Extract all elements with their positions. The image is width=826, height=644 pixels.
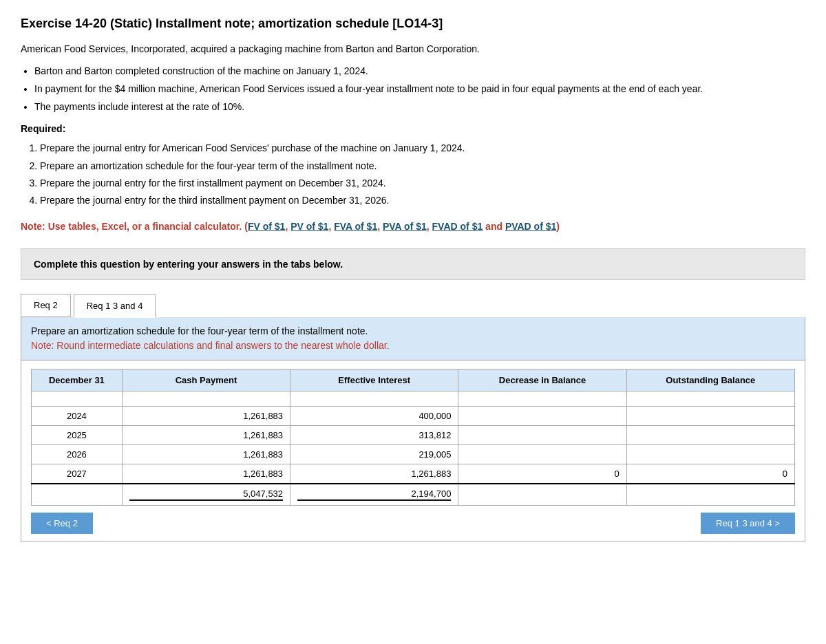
link-fva[interactable]: FVA of $1 [334,221,377,232]
bullet-2: In payment for the $4 million machine, A… [34,81,805,98]
input-total-cash[interactable] [129,489,283,501]
table-row: 2027 [32,464,795,484]
req-2: Prepare an amortization schedule for the… [40,158,805,175]
cell-decrease-2024 [458,406,626,425]
cell-year-2026: 2026 [32,444,123,464]
cell-decrease-2026 [458,444,626,464]
empty-date [32,391,123,406]
cell-interest-2024 [290,406,458,425]
back-button[interactable]: < Req 2 [31,513,93,534]
required-label: Required: [21,123,805,134]
total-label [32,484,123,506]
cell-interest-2027 [290,464,458,484]
cell-cash-2027 [122,464,290,484]
col-header-decrease: Decrease in Balance [458,369,626,391]
col-header-interest: Effective Interest [290,369,458,391]
col-header-cash: Cash Payment [122,369,290,391]
bottom-nav: < Req 2 Req 1 3 and 4 > [21,506,805,541]
cell-interest-2025 [290,425,458,444]
req-3: Prepare the journal entry for the first … [40,175,805,192]
amortization-table: December 31 Cash Payment Effective Inter… [31,369,795,506]
tab-content: Prepare an amortization schedule for the… [21,317,805,541]
tabs-row: Req 2 Req 1 3 and 4 [21,294,805,317]
input-decrease-2027[interactable] [465,469,619,479]
bullet-3: The payments include interest at the rat… [34,99,805,116]
input-interest-2026[interactable] [297,449,451,460]
cell-decrease-2025 [458,425,626,444]
bullet-1: Barton and Barton completed construction… [34,63,805,80]
link-pv[interactable]: PV of $1 [290,221,328,232]
cell-year-2024: 2024 [32,406,123,425]
link-fv[interactable]: FV of $1 [248,221,285,232]
forward-button[interactable]: Req 1 3 and 4 > [701,513,795,534]
cell-outstanding-2025 [626,425,794,444]
input-outstanding-2027[interactable] [634,469,787,479]
cell-year-2027: 2027 [32,464,123,484]
input-decrease-2025[interactable] [465,430,619,440]
empty-interest [290,391,458,406]
total-interest [290,484,458,506]
tab-req134[interactable]: Req 1 3 and 4 [74,294,156,318]
link-pvad[interactable]: PVAD of $1 [505,221,556,232]
input-cash-2027[interactable] [129,469,283,479]
col-header-date: December 31 [32,369,123,391]
input-total-outstanding[interactable] [634,489,787,500]
col-header-outstanding: Outstanding Balance [626,369,794,391]
bullet-list: Barton and Barton completed construction… [34,63,805,115]
input-decrease-2024[interactable] [465,411,619,421]
table-row: 2026 [32,444,795,464]
input-outstanding-2024[interactable] [634,411,787,421]
cell-decrease-2027 [458,464,626,484]
table-row: 2025 [32,425,795,444]
link-fvad[interactable]: FVAD of $1 [432,221,483,232]
empty-cash [122,391,290,406]
note-line: Note: Use tables, Excel, or a financial … [21,219,805,234]
input-outstanding-2025[interactable] [634,430,787,440]
cell-cash-2026 [122,444,290,464]
input-interest-2025[interactable] [297,430,451,440]
input-total-decrease[interactable] [465,489,619,500]
cell-outstanding-2026 [626,444,794,464]
table-section: December 31 Cash Payment Effective Inter… [21,361,805,506]
cell-year-2025: 2025 [32,425,123,444]
total-decrease [458,484,626,506]
input-decrease-2026[interactable] [465,449,619,460]
empty-decrease [458,391,626,406]
req-1: Prepare the journal entry for American F… [40,140,805,157]
input-interest-2027[interactable] [297,469,451,479]
tab-title: Prepare an amortization schedule for the… [31,324,795,339]
req-4: Prepare the journal entry for the third … [40,192,805,209]
intro-text: American Food Services, Incorporated, ac… [21,42,805,56]
empty-outstanding [626,391,794,406]
tab-req2[interactable]: Req 2 [21,294,71,317]
input-cash-2025[interactable] [129,430,283,440]
complete-box: Complete this question by entering your … [21,248,805,280]
table-row-empty [32,391,795,406]
page-title: Exercise 14-20 (Static) Installment note… [21,17,805,31]
requirements-list: Prepare the journal entry for American F… [40,140,805,209]
table-row-total [32,484,795,506]
input-interest-2024[interactable] [297,411,451,421]
link-pva[interactable]: PVA of $1 [383,221,427,232]
tab-header: Prepare an amortization schedule for the… [21,317,805,361]
total-cash [122,484,290,506]
input-total-interest[interactable] [297,489,451,501]
tab-note: Note: Round intermediate calculations an… [31,339,795,353]
table-row: 2024 [32,406,795,425]
cell-outstanding-2027 [626,464,794,484]
cell-cash-2025 [122,425,290,444]
input-cash-2024[interactable] [129,411,283,421]
input-cash-2026[interactable] [129,449,283,460]
total-outstanding [626,484,794,506]
cell-outstanding-2024 [626,406,794,425]
cell-cash-2024 [122,406,290,425]
input-outstanding-2026[interactable] [634,449,787,460]
cell-interest-2026 [290,444,458,464]
note-prefix: Note: Use tables, Excel, or a financial … [21,221,242,232]
